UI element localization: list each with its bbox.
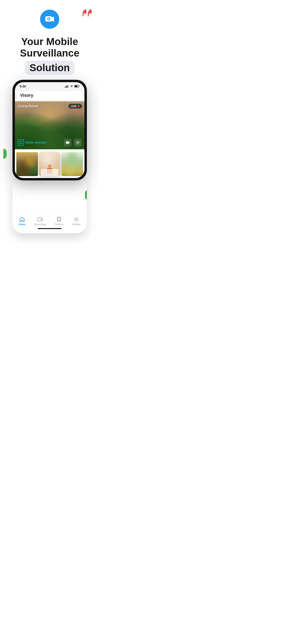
home-label: Home bbox=[19, 223, 26, 226]
svg-rect-10 bbox=[75, 86, 77, 87]
svg-rect-7 bbox=[68, 85, 69, 88]
svg-rect-9 bbox=[79, 86, 80, 87]
home-indicator bbox=[38, 228, 62, 229]
page: Your Mobile Surveillance Solution 9:30 bbox=[0, 0, 99, 243]
svg-point-11 bbox=[21, 142, 21, 142]
nav-item-settings[interactable]: Settings bbox=[72, 216, 81, 226]
wifi-icon bbox=[70, 85, 73, 88]
camera-thumb-2[interactable] bbox=[39, 152, 60, 176]
svg-point-3 bbox=[48, 18, 49, 20]
camera-grid bbox=[15, 150, 84, 178]
camera-room-label: Living Room bbox=[18, 104, 38, 108]
svg-point-20 bbox=[76, 219, 77, 220]
motion-text: Motion detection bbox=[26, 141, 47, 144]
nav-item-recordings[interactable]: Recordings bbox=[34, 216, 46, 226]
phone-screen: 9:30 bbox=[15, 82, 84, 178]
hero-section: Your Mobile Surveillance Solution bbox=[0, 0, 99, 80]
person-head bbox=[48, 164, 51, 168]
settings-button[interactable] bbox=[74, 139, 82, 146]
svg-rect-18 bbox=[58, 218, 60, 220]
camera-thumb-1[interactable] bbox=[16, 152, 38, 176]
svg-rect-12 bbox=[66, 141, 68, 144]
svg-rect-5 bbox=[66, 86, 67, 88]
status-time: 9:30 bbox=[20, 84, 26, 88]
battery-icon bbox=[74, 85, 80, 88]
phone-frame: 9:30 bbox=[13, 80, 87, 180]
camera-feed[interactable]: Living Room LIVE bbox=[15, 101, 84, 149]
camera-icon bbox=[44, 14, 55, 24]
tagline-line2: Surveillance bbox=[20, 48, 79, 59]
nav-item-home[interactable]: Home bbox=[19, 216, 26, 226]
shelf-element bbox=[41, 169, 59, 176]
live-badge: LIVE bbox=[68, 104, 82, 108]
recordings-icon bbox=[37, 216, 43, 222]
settings-nav-icon bbox=[73, 216, 79, 222]
motion-detection-indicator: Motion detection bbox=[18, 140, 47, 146]
hero-title: Your Mobile Surveillance Solution bbox=[5, 36, 95, 75]
camera-actions[interactable] bbox=[64, 139, 82, 146]
motion-svg bbox=[19, 141, 23, 144]
bottom-navigation[interactable]: Home Recordings bbox=[13, 214, 87, 231]
app-name-label: Visory bbox=[20, 93, 33, 98]
svg-rect-4 bbox=[65, 87, 66, 88]
svg-rect-15 bbox=[38, 218, 41, 221]
empty-content-area bbox=[13, 180, 87, 214]
devices-label: Devices bbox=[55, 223, 63, 226]
signal-icon bbox=[65, 85, 69, 88]
motion-icon bbox=[18, 140, 24, 146]
app-icon bbox=[40, 10, 59, 29]
settings-label: Settings bbox=[72, 223, 81, 226]
svg-point-14 bbox=[77, 142, 78, 143]
home-icon bbox=[19, 216, 25, 222]
live-indicator-dot bbox=[78, 105, 80, 107]
tagline-line1: Your Mobile bbox=[21, 36, 78, 47]
svg-marker-16 bbox=[41, 218, 43, 221]
green-pill-right bbox=[85, 190, 87, 200]
record-button[interactable] bbox=[64, 139, 72, 146]
live-text: LIVE bbox=[71, 105, 77, 108]
nav-items-row: Home Recordings bbox=[14, 216, 85, 226]
phone-mockup: 9:30 bbox=[5, 80, 95, 233]
status-icons bbox=[65, 85, 80, 88]
nav-item-devices[interactable]: Devices bbox=[55, 216, 63, 226]
tagline-line3: Solution bbox=[30, 62, 70, 73]
settings-icon bbox=[76, 141, 80, 144]
status-bar: 9:30 bbox=[15, 82, 84, 90]
camera-thumbnails bbox=[16, 152, 83, 176]
green-pill-left bbox=[3, 149, 7, 159]
recordings-label: Recordings bbox=[34, 223, 46, 226]
quote-decoration bbox=[83, 10, 95, 20]
svg-marker-13 bbox=[68, 141, 69, 144]
svg-point-19 bbox=[59, 221, 59, 222]
camera-controls: Motion detection bbox=[15, 139, 84, 146]
camera-thumb-3[interactable] bbox=[61, 152, 83, 176]
svg-marker-1 bbox=[52, 16, 54, 22]
svg-rect-6 bbox=[67, 85, 68, 88]
phone-bottom-extension: Home Recordings bbox=[13, 180, 87, 233]
app-header: Visory bbox=[17, 90, 83, 100]
devices-icon bbox=[56, 216, 62, 222]
bottom-spacer bbox=[0, 233, 99, 243]
record-icon bbox=[66, 141, 70, 144]
